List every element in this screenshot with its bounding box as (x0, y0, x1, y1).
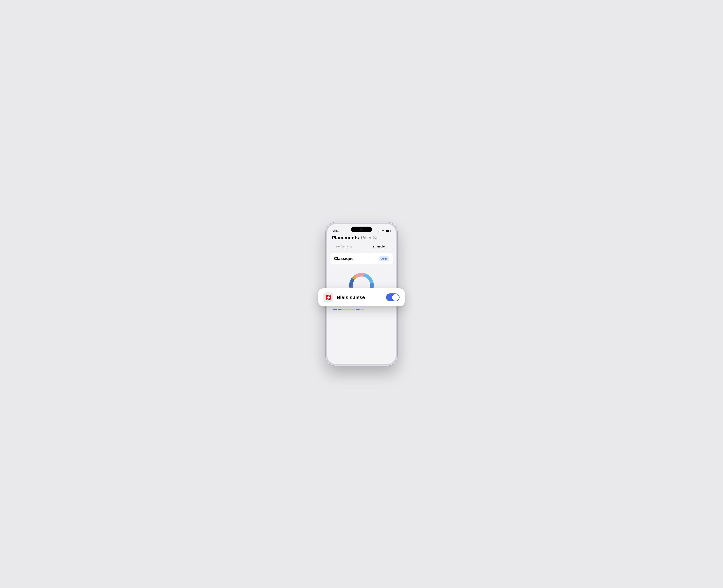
dot-4 (347, 309, 350, 310)
dynamic-island (351, 227, 372, 232)
card-area: Classique Actif (327, 250, 396, 364)
tab-performance[interactable]: Performance (327, 243, 362, 250)
battery-fill (386, 230, 389, 232)
status-time: 9:41 (333, 229, 339, 233)
signal-bar-4 (380, 230, 380, 232)
dot-7 (360, 309, 364, 310)
signal-bar-2 (378, 231, 379, 232)
dot-6 (356, 309, 360, 310)
tabs-container: Performance Stratégie (327, 243, 396, 250)
signal-icon (377, 230, 380, 232)
scene: 9:41 (305, 220, 418, 368)
strategy-card-label: Classique (334, 256, 354, 261)
swiss-flag-icon: 🇨🇭 (323, 293, 333, 302)
actif-badge: Actif (379, 256, 389, 261)
signal-bar-1 (377, 232, 378, 232)
dot-3 (342, 309, 346, 310)
donut-chart (344, 268, 379, 290)
biais-suisse-label: Biais suisse (337, 295, 365, 300)
status-icons (377, 230, 390, 233)
toggle-thumb (392, 294, 399, 301)
biais-toggle[interactable] (386, 293, 400, 301)
pagination-dots (330, 308, 393, 310)
header-title-sub: Pilier 3a (361, 235, 379, 241)
floating-biais-card: 🇨🇭 Biais suisse (318, 288, 405, 307)
floating-card-left: 🇨🇭 Biais suisse (323, 293, 365, 302)
battery-icon (386, 230, 390, 232)
donut-chart-area (330, 265, 393, 292)
header-title-main: Placements (332, 235, 359, 241)
dot-1 (333, 309, 337, 310)
app-header: Placements Pilier 3a (327, 234, 396, 243)
strategy-card: Classique Actif (330, 253, 393, 265)
signal-bar-3 (379, 231, 379, 232)
camera-dot (361, 228, 362, 230)
dot-5 (351, 309, 355, 310)
dot-2 (338, 309, 342, 310)
tab-strategie[interactable]: Stratégie (362, 243, 396, 250)
wifi-icon (381, 230, 384, 233)
